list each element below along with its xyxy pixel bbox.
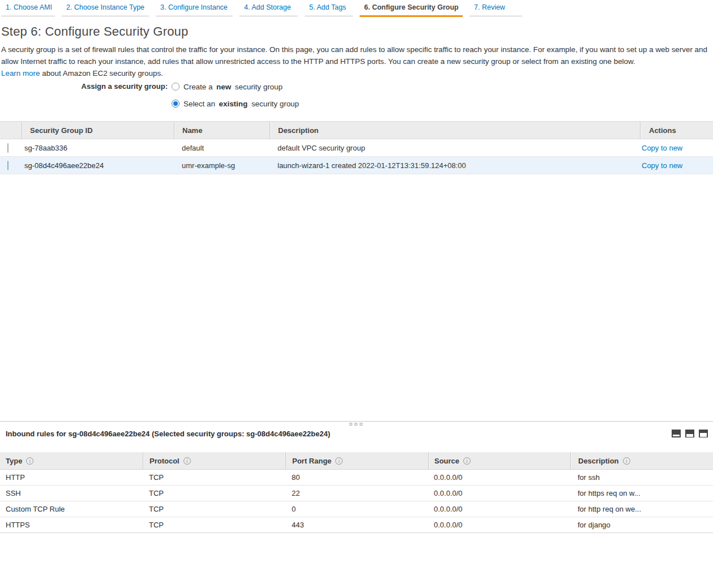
assign-security-group-label: Assign a security group: — [0, 81, 168, 109]
tab-review[interactable]: 7. Review — [469, 0, 522, 17]
header-actions: Actions — [640, 122, 713, 139]
security-group-options: Create a new security group Select an ex… — [172, 81, 299, 109]
cell-type: Custom TCP Rule — [0, 505, 143, 513]
tab-label: 7. Review — [469, 0, 522, 11]
tab-label: 3. Configure Instance — [156, 0, 233, 11]
header-description: Description — [270, 122, 640, 139]
cell-description: for https req on w... — [570, 489, 713, 497]
radio-option-create-new[interactable]: Create a new security group — [172, 81, 299, 92]
inbound-rule-row: HTTP TCP 80 0.0.0.0/0 for ssh — [0, 470, 713, 486]
checkbox-unchecked-icon[interactable] — [7, 143, 8, 153]
table-row-sg-default[interactable]: sg-78aab336 default default VPC security… — [0, 139, 713, 157]
cell-source: 0.0.0.0/0 — [428, 473, 570, 482]
header-type: Type — [0, 452, 143, 469]
copy-to-new-link[interactable]: Copy to new — [642, 161, 682, 170]
cell-source: 0.0.0.0/0 — [428, 521, 570, 529]
cell-port-range: 0 — [285, 505, 428, 513]
option-text-bold: new — [216, 83, 231, 91]
cell-protocol: TCP — [143, 505, 285, 513]
cell-protocol: TCP — [143, 473, 285, 482]
cell-source: 0.0.0.0/0 — [428, 505, 570, 513]
option-text: security group — [249, 100, 299, 108]
header-security-group-id: Security Group ID — [22, 122, 174, 139]
tab-label: 6. Configure Security Group — [360, 0, 463, 11]
inbound-rules-table: Type Protocol Port Range Source Descript… — [0, 452, 713, 533]
cell-source: 0.0.0.0/0 — [428, 489, 570, 497]
info-icon[interactable] — [623, 457, 630, 465]
learn-more-suffix: about Amazon EC2 security groups. — [40, 69, 163, 78]
header-description: Description — [570, 452, 713, 469]
inbound-rules-title: Inbound rules for sg-08d4c496aee22be24 (… — [6, 430, 330, 438]
assign-security-group-section: Assign a security group: Create a new se… — [0, 81, 299, 109]
tab-label: 4. Add Storage — [240, 0, 298, 11]
cell-protocol: TCP — [143, 521, 285, 529]
cell-port-range: 22 — [285, 489, 428, 497]
cell-description: launch-wizard-1 created 2022-01-12T13:31… — [270, 161, 640, 170]
tab-label: 1. Choose AMI — [1, 0, 55, 11]
tab-label: 5. Add Tags — [305, 0, 353, 11]
drag-dots-icon — [349, 423, 362, 426]
checkbox-cell — [0, 144, 22, 152]
table-row-sg-selected[interactable]: sg-08d4c496aee22be24 umr-example-sg laun… — [0, 157, 713, 174]
step-intro: Step 6: Configure Security Group A secur… — [1, 24, 710, 79]
cell-type: HTTP — [0, 473, 143, 482]
inbound-rule-row: HTTPS TCP 443 0.0.0.0/0 for django — [0, 517, 713, 533]
inbound-rule-row: SSH TCP 22 0.0.0.0/0 for https req on w.… — [0, 486, 713, 501]
split-pane-large-icon[interactable] — [699, 430, 708, 437]
active-tab-underline — [360, 15, 463, 17]
cell-port-range: 80 — [285, 473, 428, 482]
tab-add-storage[interactable]: 4. Add Storage — [240, 0, 298, 17]
cell-actions: Copy to new — [640, 161, 713, 170]
tab-underline — [1, 15, 55, 17]
tab-add-tags[interactable]: 5. Add Tags — [305, 0, 353, 17]
tab-underline — [62, 15, 149, 17]
tab-choose-ami[interactable]: 1. Choose AMI — [1, 0, 55, 17]
header-source: Source — [428, 452, 570, 469]
header-port-range: Port Range — [285, 452, 428, 469]
tab-configure-security-group[interactable]: 6. Configure Security Group — [360, 0, 463, 17]
pane-size-controls — [672, 430, 708, 437]
cell-protocol: TCP — [143, 489, 285, 497]
option-text-bold: existing — [219, 100, 248, 108]
tab-underline — [469, 15, 522, 17]
cell-type: SSH — [0, 489, 143, 497]
info-icon[interactable] — [335, 457, 343, 465]
tab-underline — [240, 15, 298, 17]
intro-paragraph: A security group is a set of firewall ru… — [1, 44, 710, 67]
cell-security-group-id: sg-08d4c496aee22be24 — [22, 161, 174, 170]
header-name: Name — [174, 122, 270, 139]
cell-port-range: 443 — [285, 521, 428, 529]
cell-actions: Copy to new — [640, 144, 713, 152]
checkbox-checked-icon[interactable] — [7, 161, 8, 170]
security-groups-table: Security Group ID Name Description Actio… — [0, 121, 713, 174]
inbound-rule-row: Custom TCP Rule TCP 0 0.0.0.0/0 for http… — [0, 501, 713, 517]
option-text: Create a — [183, 83, 215, 91]
split-pane-small-icon[interactable] — [672, 430, 681, 437]
info-icon[interactable] — [26, 457, 33, 465]
tab-configure-instance[interactable]: 3. Configure Instance — [156, 0, 233, 17]
radio-option-select-existing[interactable]: Select an existing security group — [172, 98, 299, 109]
learn-more-link[interactable]: Learn more — [1, 69, 40, 78]
cell-description: for django — [570, 521, 713, 529]
copy-to-new-link[interactable]: Copy to new — [642, 144, 682, 152]
radio-button-selected-icon[interactable] — [172, 100, 180, 108]
tab-underline — [305, 15, 353, 17]
cell-type: HTTPS — [0, 521, 143, 529]
split-pane-medium-icon[interactable] — [685, 430, 694, 437]
header-protocol: Protocol — [143, 452, 285, 469]
info-icon[interactable] — [463, 457, 471, 465]
page-title: Step 6: Configure Security Group — [1, 24, 710, 40]
cell-name: default — [174, 144, 270, 152]
tab-choose-instance-type[interactable]: 2. Choose Instance Type — [62, 0, 149, 17]
info-icon[interactable] — [183, 457, 191, 465]
tab-label: 2. Choose Instance Type — [62, 0, 149, 11]
learn-more-line: Learn more about Amazon EC2 security gro… — [1, 67, 710, 79]
inbound-rules-table-header: Type Protocol Port Range Source Descript… — [0, 452, 713, 470]
wizard-step-tabs: 1. Choose AMI 2. Choose Instance Type 3.… — [1, 0, 522, 17]
radio-button-icon[interactable] — [172, 83, 180, 91]
cell-description: for http req on we... — [570, 505, 713, 513]
checkbox-cell — [0, 161, 22, 170]
cell-name: umr-example-sg — [174, 161, 270, 170]
launch-wizard-page: 1. Choose AMI 2. Choose Instance Type 3.… — [0, 0, 713, 588]
header-checkbox-column — [0, 122, 22, 139]
